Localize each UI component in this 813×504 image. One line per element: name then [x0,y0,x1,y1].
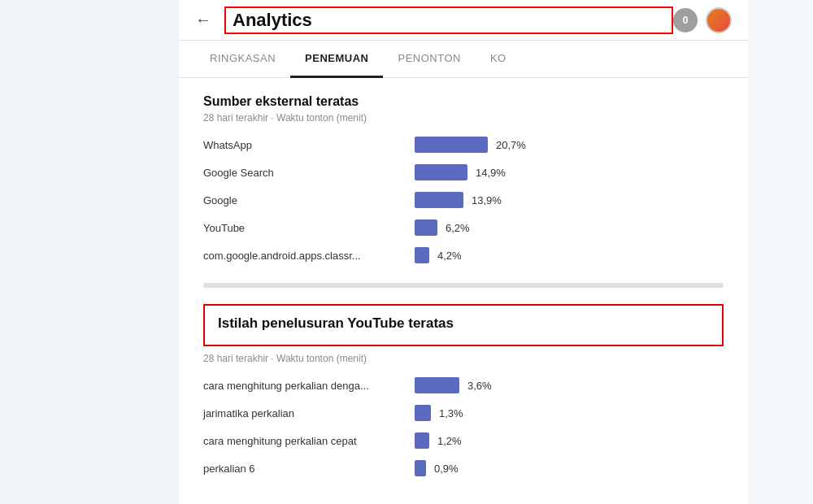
bar-row: WhatsApp20,7% [203,137,724,153]
tabs-container: RINGKASAN PENEMUAN PENONTON KO [179,41,748,78]
bar-row: Google Search14,9% [203,164,724,180]
page-title: Analytics [224,7,673,34]
bar-fill [415,377,459,393]
tab-penonton[interactable]: PENONTON [383,41,475,78]
section2-box: Istilah penelusuran YouTube teratas [203,304,724,346]
header: ← Analytics 0 [179,0,748,41]
section1-subtitle: 28 hari terakhir · Waktu tonton (menit) [203,112,724,124]
section2-title: Istilah penelusuran YouTube teratas [218,315,709,332]
bar-container: 14,9% [415,164,508,180]
bar-row: com.google.android.apps.classr...4,2% [203,247,724,263]
bar-value: 20,7% [496,139,528,151]
main-content: ← Analytics 0 RINGKASAN PENEMUAN PENONTO… [179,0,748,504]
bar-container: 4,2% [415,247,470,263]
bar-row: YouTube6,2% [203,219,724,236]
section2-rows: cara menghitung perkalian denga...3,6%ja… [203,377,724,476]
avatar[interactable] [706,7,732,33]
section1-title: Sumber eksternal teratas [203,94,724,109]
bar-label: jarimatika perkalian [203,407,415,419]
bg-right-panel [748,0,813,504]
bar-container: 6,2% [415,219,478,236]
bar-container: 0,9% [415,460,467,476]
bar-label: Google [203,194,415,206]
bar-fill [415,137,488,153]
bar-value: 3,6% [467,380,500,392]
bar-container: 3,6% [415,377,500,393]
bar-label: cara menghitung perkalian denga... [203,380,415,392]
bar-value: 14,9% [476,167,508,179]
scroll-divider [203,283,724,288]
bar-container: 1,3% [415,405,472,421]
bar-fill [415,247,429,263]
bar-row: Google13,9% [203,192,724,208]
bar-label: cara menghitung perkalian cepat [203,435,415,447]
bar-value: 1,2% [437,435,470,447]
bar-fill [415,164,467,180]
bg-left-panel [0,0,179,504]
bar-fill [415,432,429,449]
section1-rows: WhatsApp20,7%Google Search14,9%Google13,… [203,137,724,263]
header-icons: 0 [673,7,732,33]
bar-value: 4,2% [437,250,470,262]
notification-badge[interactable]: 0 [673,8,698,33]
bar-label: YouTube [203,222,415,234]
tab-ko[interactable]: KO [476,41,521,78]
bar-row: cara menghitung perkalian cepat1,2% [203,432,724,449]
bar-container: 20,7% [415,137,528,153]
tab-penemuan[interactable]: PENEMUAN [290,41,383,78]
tab-ringkasan[interactable]: RINGKASAN [195,41,290,78]
bar-row: perkalian 60,9% [203,460,724,476]
content-area: Sumber eksternal teratas 28 hari terakhi… [179,78,748,500]
bar-container: 1,2% [415,432,470,449]
bar-label: WhatsApp [203,139,415,151]
bar-label: Google Search [203,167,415,179]
section2-subtitle: 28 hari terakhir · Waktu tonton (menit) [203,353,724,364]
bar-value: 13,9% [472,194,504,206]
bar-value: 6,2% [446,222,478,234]
section-external-sources: Sumber eksternal teratas 28 hari terakhi… [203,94,724,263]
back-button[interactable]: ← [195,11,211,29]
bar-fill [415,460,426,476]
bar-fill [415,405,431,421]
bar-row: cara menghitung perkalian denga...3,6% [203,377,724,393]
bar-label: com.google.android.apps.classr... [203,250,415,262]
bar-value: 0,9% [434,463,467,475]
bar-container: 13,9% [415,192,504,208]
bar-row: jarimatika perkalian1,3% [203,405,724,421]
section-youtube-search: Istilah penelusuran YouTube teratas 28 h… [203,304,724,476]
bar-value: 1,3% [439,407,472,419]
bar-label: perkalian 6 [203,463,415,475]
bar-fill [415,219,437,236]
bar-fill [415,192,463,208]
